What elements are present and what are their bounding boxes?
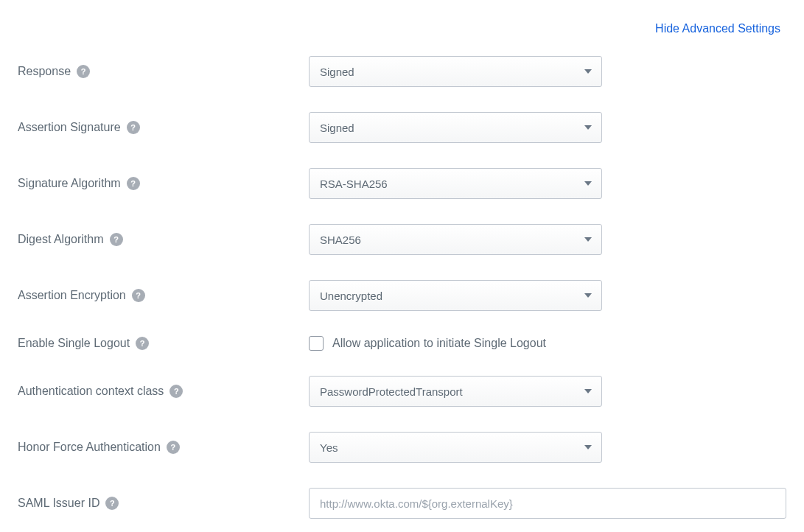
honor-force-authentication-label: Honor Force Authentication [18, 441, 161, 454]
help-icon[interactable]: ? [110, 233, 123, 246]
help-icon[interactable]: ? [127, 121, 140, 134]
help-icon[interactable]: ? [169, 385, 183, 398]
signature-algorithm-label: Signature Algorithm [18, 177, 121, 190]
help-icon[interactable]: ? [136, 337, 149, 350]
enable-single-logout-checkbox-label[interactable]: Allow application to initiate Single Log… [332, 337, 546, 350]
help-icon[interactable]: ? [77, 65, 90, 78]
assertion-signature-select-value: Signed [320, 122, 354, 134]
authentication-context-class-select[interactable]: PasswordProtectedTransport [309, 376, 602, 407]
honor-force-authentication-select[interactable]: Yes [309, 432, 602, 463]
assertion-encryption-label: Assertion Encryption [18, 289, 126, 302]
assertion-signature-row: Assertion Signature ? Signed [18, 112, 786, 143]
assertion-signature-select[interactable]: Signed [309, 112, 602, 143]
response-row: Response ? Signed [18, 56, 786, 87]
help-icon[interactable]: ? [127, 177, 140, 190]
digest-algorithm-select[interactable]: SHA256 [309, 224, 602, 255]
assertion-encryption-row: Assertion Encryption ? Unencrypted [18, 280, 786, 311]
assertion-encryption-select-value: Unencrypted [320, 290, 382, 302]
signature-algorithm-row: Signature Algorithm ? RSA-SHA256 [18, 168, 786, 199]
response-label: Response [18, 65, 71, 78]
help-icon[interactable]: ? [167, 441, 180, 454]
signature-algorithm-select[interactable]: RSA-SHA256 [309, 168, 602, 199]
response-select-value: Signed [320, 66, 354, 78]
assertion-signature-label: Assertion Signature [18, 121, 121, 134]
enable-single-logout-label: Enable Single Logout [18, 337, 130, 350]
help-icon[interactable]: ? [132, 289, 145, 302]
enable-single-logout-row: Enable Single Logout ? Allow application… [18, 336, 786, 351]
saml-issuer-id-input[interactable] [309, 488, 786, 519]
response-select[interactable]: Signed [309, 56, 602, 87]
signature-algorithm-select-value: RSA-SHA256 [320, 178, 388, 190]
digest-algorithm-label: Digest Algorithm [18, 233, 104, 246]
authentication-context-class-label: Authentication context class [18, 385, 164, 398]
digest-algorithm-select-value: SHA256 [320, 234, 361, 246]
saml-issuer-id-label: SAML Issuer ID [18, 497, 99, 510]
enable-single-logout-checkbox[interactable] [309, 336, 324, 351]
authentication-context-class-select-value: PasswordProtectedTransport [320, 385, 463, 398]
honor-force-authentication-select-value: Yes [320, 441, 338, 454]
digest-algorithm-row: Digest Algorithm ? SHA256 [18, 224, 786, 255]
saml-issuer-id-row: SAML Issuer ID ? [18, 488, 786, 519]
hide-advanced-settings-link[interactable]: Hide Advanced Settings [655, 22, 780, 35]
help-icon[interactable]: ? [105, 497, 119, 510]
authentication-context-class-row: Authentication context class ? PasswordP… [18, 376, 786, 407]
honor-force-authentication-row: Honor Force Authentication ? Yes [18, 432, 786, 463]
assertion-encryption-select[interactable]: Unencrypted [309, 280, 602, 311]
